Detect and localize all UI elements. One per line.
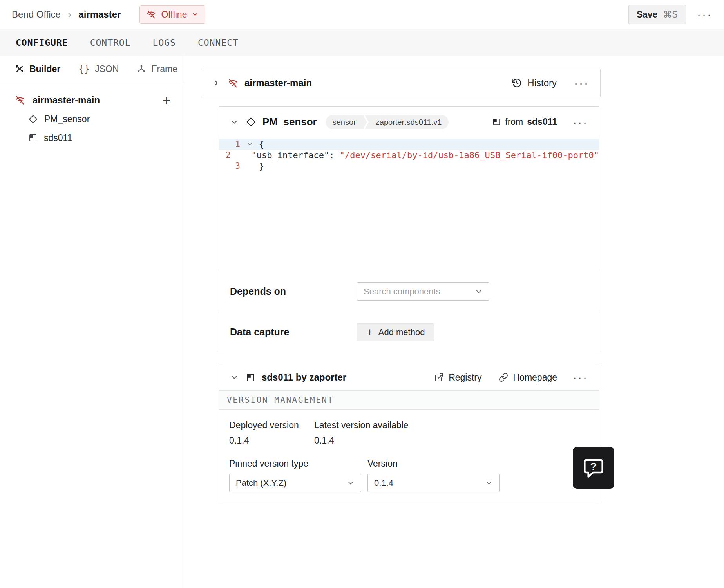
depends-on-placeholder: Search components bbox=[364, 287, 440, 297]
deployed-version-value: 0.1.4 bbox=[229, 435, 314, 446]
history-icon bbox=[512, 78, 522, 88]
tab-logs[interactable]: LOGS bbox=[153, 38, 176, 48]
latest-version-value: 0.1.4 bbox=[314, 435, 408, 446]
braces-icon: {} bbox=[78, 63, 90, 74]
homepage-link[interactable]: Homepage bbox=[499, 372, 557, 383]
tree-item-airmaster-main[interactable]: airmaster-main + bbox=[0, 91, 184, 110]
chevron-down-icon bbox=[475, 288, 483, 296]
deployed-version-block: Deployed version 0.1.4 bbox=[229, 420, 314, 446]
mode-builder-label: Builder bbox=[29, 64, 60, 74]
chevron-down-icon[interactable] bbox=[230, 373, 239, 382]
depends-on-label: Depends on bbox=[230, 286, 357, 297]
component-diamond-icon bbox=[28, 114, 38, 124]
version-management-title: VERSION MANAGEMENT bbox=[227, 395, 334, 405]
tree-item-sds011[interactable]: sds011 bbox=[0, 128, 184, 147]
line-number: 3 bbox=[219, 161, 240, 171]
header-actions: Save ⌘S ··· bbox=[628, 5, 712, 24]
mode-json[interactable]: {} JSON bbox=[78, 63, 119, 74]
pinned-version-type-value: Patch (X.Y.Z) bbox=[236, 478, 286, 488]
fold-chevron-icon[interactable] bbox=[240, 141, 259, 147]
mode-builder[interactable]: Builder bbox=[15, 64, 60, 74]
module-card-menu-icon[interactable]: ··· bbox=[573, 372, 588, 383]
badge-divider-icon bbox=[363, 115, 369, 129]
code-string-value: "/dev/serial/by-id/usb-1a86_USB_Serial-i… bbox=[340, 150, 599, 160]
wifi-off-icon bbox=[146, 9, 156, 20]
code-line-3[interactable]: 3 } bbox=[219, 161, 599, 171]
data-capture-label: Data capture bbox=[230, 326, 357, 338]
app-window: Bend Office › airmaster Offline Sav bbox=[0, 0, 724, 588]
help-widget-button[interactable]: ? bbox=[573, 447, 614, 489]
breadcrumb-current: airmaster bbox=[78, 9, 121, 20]
chevron-down-icon bbox=[347, 479, 355, 487]
frame-axes-icon bbox=[137, 64, 146, 74]
line-number: 1 bbox=[219, 139, 240, 149]
machine-part-tree: airmaster-main + PM_sensor sd bbox=[0, 82, 184, 147]
tab-control[interactable]: CONTROL bbox=[90, 38, 131, 48]
component-card-header: PM_sensor sensor zaporter:sds011:v1 bbox=[219, 107, 599, 137]
version-select[interactable]: 0.1.4 bbox=[367, 474, 500, 492]
code-key: "usb_interface": bbox=[241, 150, 340, 160]
code-line-1[interactable]: 1 { bbox=[219, 139, 599, 150]
svg-text:?: ? bbox=[590, 460, 597, 473]
version-label: Version bbox=[367, 458, 500, 469]
add-part-button[interactable]: + bbox=[163, 94, 170, 107]
component-card-menu-icon[interactable]: ··· bbox=[573, 116, 588, 128]
version-management-header: VERSION MANAGEMENT bbox=[219, 390, 599, 410]
module-card-header: sds011 by zaporter Registry bbox=[219, 364, 599, 390]
wifi-off-icon bbox=[15, 95, 25, 106]
pinned-version-type-select[interactable]: Patch (X.Y.Z) bbox=[229, 474, 361, 492]
tab-configure[interactable]: CONFIGURE bbox=[16, 38, 68, 48]
add-method-label: Add method bbox=[378, 327, 425, 337]
add-method-button[interactable]: + Add method bbox=[357, 323, 434, 341]
status-label: Offline bbox=[161, 9, 187, 20]
component-title: PM_sensor bbox=[262, 116, 317, 128]
from-module-name: sds011 bbox=[527, 117, 557, 127]
plus-icon: + bbox=[367, 327, 373, 337]
tab-connect[interactable]: CONNECT bbox=[198, 38, 239, 48]
latest-version-label: Latest version available bbox=[314, 420, 408, 431]
attributes-code-editor[interactable]: 1 { 2 "usb_interface": "/dev/serial/by-i… bbox=[219, 137, 599, 271]
main-content: airmaster-main History ··· bbox=[185, 56, 724, 588]
mode-json-label: JSON bbox=[95, 64, 119, 74]
chevron-right-icon[interactable] bbox=[212, 79, 221, 87]
registry-link[interactable]: Registry bbox=[434, 372, 481, 383]
breadcrumb-chevron-icon: › bbox=[68, 9, 71, 20]
save-button-label: Save bbox=[637, 9, 658, 20]
config-sidebar: Builder {} JSON Frame bbox=[0, 56, 184, 588]
help-question-icon: ? bbox=[581, 455, 606, 480]
deployed-version-label: Deployed version bbox=[229, 420, 314, 431]
module-title: sds011 by zaporter bbox=[262, 372, 346, 383]
version-value: 0.1.4 bbox=[374, 478, 393, 488]
module-links: Registry Homepage bbox=[434, 372, 557, 383]
module-icon bbox=[28, 133, 38, 142]
machine-card-menu-icon[interactable]: ··· bbox=[574, 77, 589, 89]
main-tab-bar: CONFIGURE CONTROL LOGS CONNECT bbox=[0, 29, 724, 56]
code-text: } bbox=[259, 161, 264, 171]
breadcrumb-parent[interactable]: Bend Office bbox=[12, 9, 61, 20]
mode-frame-label: Frame bbox=[151, 64, 177, 74]
history-button[interactable]: History bbox=[512, 78, 557, 88]
data-capture-section: Data capture + Add method bbox=[219, 312, 599, 352]
top-header: Bend Office › airmaster Offline Sav bbox=[0, 0, 724, 29]
chevron-down-icon[interactable] bbox=[230, 118, 239, 126]
tree-root-label: airmaster-main bbox=[33, 95, 100, 106]
module-icon bbox=[492, 117, 501, 126]
depends-on-select[interactable]: Search components bbox=[357, 282, 489, 301]
pinned-version-block: Pinned version type Patch (X.Y.Z) bbox=[229, 458, 367, 492]
machine-status-dropdown[interactable]: Offline bbox=[139, 5, 205, 24]
external-link-icon bbox=[434, 373, 444, 382]
header-overflow-menu-icon[interactable]: ··· bbox=[697, 9, 712, 20]
component-diamond-icon bbox=[246, 117, 256, 127]
from-label: from bbox=[505, 117, 523, 127]
latest-version-block: Latest version available 0.1.4 bbox=[314, 420, 408, 446]
chevron-down-icon bbox=[485, 479, 493, 487]
code-line-2[interactable]: 2 "usb_interface": "/dev/serial/by-id/us… bbox=[219, 150, 599, 161]
tree-item-pm-sensor[interactable]: PM_sensor bbox=[0, 110, 184, 128]
version-block: Version 0.1.4 bbox=[367, 458, 500, 492]
badge-type: sensor bbox=[326, 115, 363, 129]
mode-frame[interactable]: Frame bbox=[137, 64, 177, 74]
from-module-link[interactable]: from sds011 bbox=[492, 117, 557, 127]
wifi-off-icon bbox=[228, 78, 238, 88]
homepage-label: Homepage bbox=[513, 372, 557, 383]
save-button[interactable]: Save ⌘S bbox=[628, 5, 686, 24]
